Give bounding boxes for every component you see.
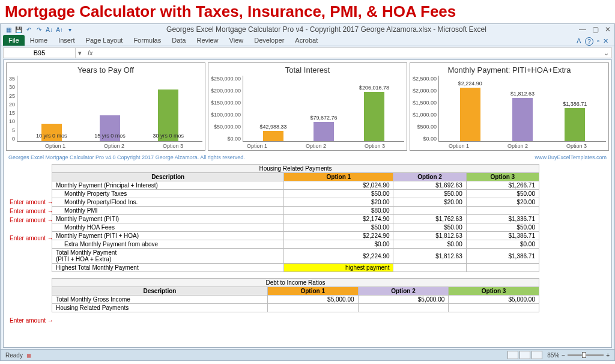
quick-access-toolbar: ▦ 💾 ↶ ↷ A↓ A↑ ▾: [4, 25, 74, 34]
tab-formulas[interactable]: Formulas: [128, 35, 166, 46]
table-row[interactable]: Monthly Property/Flood Ins.$20.00$20.00$…: [52, 198, 539, 207]
table-row[interactable]: Monthly Payment (Principal + Interest)$2…: [52, 181, 539, 190]
chart-title: Total Interest: [211, 64, 404, 76]
formula-expand-icon[interactable]: ⌄: [601, 49, 611, 57]
macro-record-icon[interactable]: ◼: [26, 352, 31, 359]
bar: [565, 108, 585, 141]
tab-data[interactable]: Data: [166, 35, 191, 46]
enter-amount-hint: Enter amount →: [10, 317, 53, 324]
tab-file[interactable]: File: [3, 35, 25, 46]
data-table[interactable]: Housing Related PaymentsDescriptionOptio…: [52, 164, 539, 272]
ribbon-minimize-icon[interactable]: ᐱ: [577, 37, 581, 46]
col-header: Option 3: [466, 173, 539, 181]
bar: [460, 88, 480, 141]
col-header: Option 1: [284, 173, 393, 181]
bar-value-label: $1,386.71: [563, 101, 587, 107]
view-page-break-icon[interactable]: [532, 351, 542, 359]
bar-value-label: 30 yrs 0 mos: [153, 133, 184, 139]
maximize-icon[interactable]: ▢: [592, 25, 599, 34]
col-header: Option 1: [267, 287, 358, 296]
data-table[interactable]: Debt to Income RatiosDescriptionOption 1…: [52, 278, 539, 312]
worksheet[interactable]: Years to Pay Off3530252015105010 yrs 0 m…: [3, 59, 612, 348]
qat-dropdown-icon[interactable]: ▾: [65, 25, 74, 34]
name-box[interactable]: B95: [4, 48, 76, 58]
table-row[interactable]: Housing Related Payments: [52, 304, 539, 312]
tab-review[interactable]: Review: [191, 35, 223, 46]
tab-developer[interactable]: Developer: [249, 35, 289, 46]
x-tick: Option 1: [45, 143, 65, 149]
tab-acrobat[interactable]: Acrobat: [289, 35, 323, 46]
table-row[interactable]: Monthly HOA Fees$50.00$50.00$50.00: [52, 223, 539, 232]
table-title: Debt to Income Ratios: [52, 279, 539, 287]
table-title: Housing Related Payments: [52, 165, 539, 173]
table-row[interactable]: Monthly PMI$80.00: [52, 207, 539, 215]
fx-icon[interactable]: fx: [84, 49, 97, 56]
bar-value-label: 15 yrs 0 mos: [94, 133, 126, 139]
bar-value-label: $206,016.78: [359, 85, 389, 91]
window-title: Georges Excel Mortgage Calculator Pro v4…: [74, 25, 579, 34]
bar-value-label: 10 yrs 0 mos: [36, 133, 67, 139]
sort-desc-icon[interactable]: A↑: [55, 25, 64, 34]
col-header: Option 2: [358, 287, 449, 296]
copyright-note: Georges Excel Mortgage Calculator Pro v4…: [8, 154, 245, 160]
x-tick: Option 3: [365, 143, 385, 149]
x-tick: Option 2: [507, 143, 528, 149]
tab-home[interactable]: Home: [25, 35, 53, 46]
undo-icon[interactable]: ↶: [25, 25, 33, 34]
zoom-out-icon[interactable]: −: [562, 352, 565, 359]
bar: [263, 131, 283, 141]
status-bar: Ready ◼ 85% − +: [1, 349, 614, 360]
enter-amount-hint: Enter amount →: [10, 235, 53, 241]
close-icon[interactable]: ✕: [605, 25, 611, 34]
chart-2[interactable]: Monthly Payment: PITI+HOA+Extra$2,500.00…: [410, 62, 609, 151]
minimize-icon[interactable]: —: [579, 25, 586, 34]
redo-icon[interactable]: ↷: [35, 25, 43, 34]
col-header: Description: [52, 173, 284, 181]
inner-close-icon[interactable]: ✕: [603, 37, 608, 46]
formula-bar[interactable]: [97, 52, 601, 54]
bar: [364, 92, 384, 141]
bar-value-label: $79,672.76: [310, 115, 337, 121]
save-icon[interactable]: 💾: [14, 25, 23, 34]
inner-restore-icon[interactable]: ▫: [597, 37, 599, 46]
chart-0[interactable]: Years to Pay Off3530252015105010 yrs 0 m…: [6, 62, 205, 151]
table-row[interactable]: Total Monthly Payment (PITI + HOA + Extr…: [52, 249, 539, 264]
sort-asc-icon[interactable]: A↓: [45, 25, 53, 34]
help-icon[interactable]: ?: [585, 37, 593, 46]
zoom-slider[interactable]: [568, 354, 604, 356]
chart-1[interactable]: Total Interest$250,000.00$200,000.00$150…: [208, 62, 407, 151]
status-ready: Ready: [5, 352, 23, 359]
ribbon-tabs: File Home Insert Page Layout Formulas Da…: [1, 35, 614, 46]
table-row[interactable]: Monthly Payment (PITI)$2,174.90$1,762.63…: [52, 215, 539, 223]
table-row[interactable]: Extra Monthly Payment from above$0.00$0.…: [52, 240, 539, 249]
tab-view[interactable]: View: [224, 35, 249, 46]
x-tick: Option 3: [163, 143, 183, 149]
namebox-dropdown-icon[interactable]: ▾: [76, 49, 84, 57]
x-tick: Option 1: [449, 143, 469, 149]
chart-title: Monthly Payment: PITI+HOA+Extra: [413, 64, 606, 76]
x-tick: Option 3: [566, 143, 587, 149]
bar: [512, 98, 533, 142]
zoom-label: 85%: [547, 352, 559, 359]
enter-amount-hint: Enter amount →: [10, 217, 53, 223]
view-normal-icon[interactable]: [507, 351, 518, 359]
enter-amount-hint: Enter amount →: [10, 199, 53, 205]
chart-title: Years to Pay Off: [9, 64, 202, 76]
table-row[interactable]: Monthly Payment (PITI + HOA)$2,224.90$1,…: [52, 232, 539, 240]
table-row[interactable]: Highest Total Monthly Paymenthighest pay…: [52, 264, 539, 272]
titlebar: ▦ 💾 ↶ ↷ A↓ A↑ ▾ Georges Excel Mortgage C…: [1, 24, 614, 35]
table-row[interactable]: Total Monthly Gross Income$5,000.00$5,00…: [52, 296, 539, 304]
tab-insert[interactable]: Insert: [53, 35, 80, 46]
enter-amount-hint: Enter amount →: [10, 208, 53, 214]
view-page-layout-icon[interactable]: [520, 351, 530, 359]
excel-icon: ▦: [4, 25, 13, 34]
table-row[interactable]: Monthly Property Taxes$50.00$50.00$50.00: [52, 190, 539, 198]
bar-value-label: $2,224.90: [458, 80, 482, 86]
zoom-in-icon[interactable]: +: [606, 352, 610, 359]
x-tick: Option 2: [306, 143, 326, 149]
bar-value-label: $1,812.63: [510, 91, 535, 97]
x-tick: Option 1: [247, 143, 267, 149]
col-header: Description: [52, 287, 268, 296]
tab-page-layout[interactable]: Page Layout: [80, 35, 129, 46]
bar-value-label: $42,988.33: [260, 124, 287, 130]
